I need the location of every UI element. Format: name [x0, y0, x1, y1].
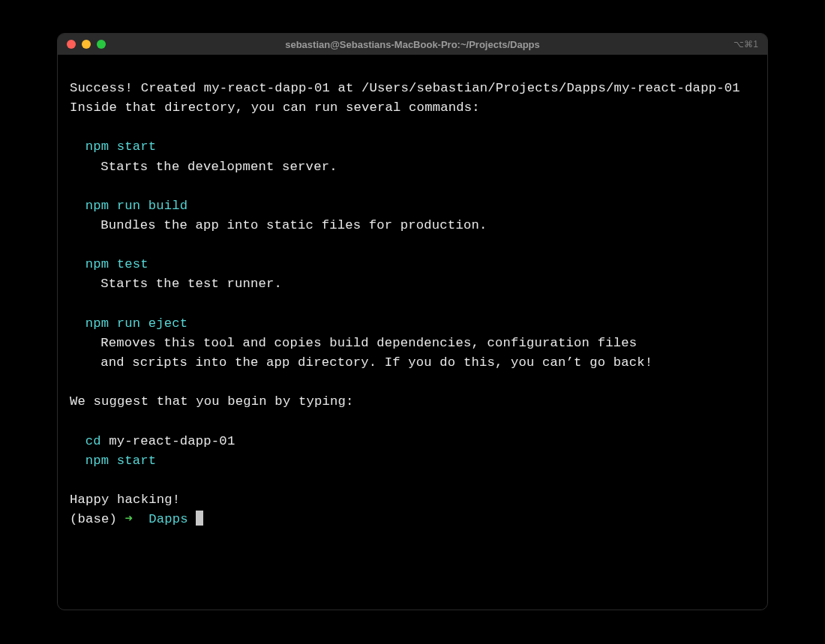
prompt-arrow-icon: ➜ [125, 512, 149, 526]
blank-line [70, 118, 755, 137]
command-description: Starts the test runner. [70, 274, 755, 294]
blank-line [70, 412, 755, 431]
command-label: npm start [70, 137, 755, 157]
prompt-line[interactable]: (base) ➜ Dapps [70, 510, 755, 529]
command-label: npm run eject [70, 314, 755, 334]
command-label: npm test [70, 255, 755, 274]
suggested-command: npm start [70, 451, 755, 471]
blank-line [70, 295, 755, 314]
blank-line [70, 471, 755, 490]
terminal-output[interactable]: Success! Created my-react-dapp-01 at /Us… [58, 55, 767, 610]
prompt-cwd: Dapps [148, 512, 188, 526]
blank-line [70, 235, 755, 255]
prompt-env: (base) [70, 512, 125, 526]
window-shortcut-indicator: ⌥⌘1 [734, 39, 758, 49]
minimize-icon[interactable] [82, 40, 91, 49]
cd-arg: my-react-dapp-01 [101, 434, 236, 448]
blank-line [70, 177, 755, 196]
cursor-icon [196, 511, 203, 526]
command-description: Removes this tool and copies build depen… [70, 334, 755, 353]
output-line: Happy hacking! [70, 490, 755, 510]
output-line: Inside that directory, you can run sever… [70, 98, 755, 118]
traffic-lights [67, 40, 106, 49]
output-line: Success! Created my-react-dapp-01 at /Us… [70, 79, 755, 98]
close-icon[interactable] [67, 40, 76, 49]
cd-command: cd [86, 434, 101, 448]
window-title: sebastian@Sebastians-MacBook-Pro:~/Proje… [285, 39, 540, 50]
suggested-command: cd my-react-dapp-01 [70, 432, 755, 451]
command-description: and scripts into the app directory. If y… [70, 353, 755, 373]
command-description: Bundles the app into static files for pr… [70, 216, 755, 235]
command-description: Starts the development server. [70, 157, 755, 177]
terminal-window: sebastian@Sebastians-MacBook-Pro:~/Proje… [57, 33, 768, 610]
blank-line [70, 373, 755, 392]
output-line: We suggest that you begin by typing: [70, 392, 755, 412]
titlebar[interactable]: sebastian@Sebastians-MacBook-Pro:~/Proje… [58, 34, 767, 55]
maximize-icon[interactable] [97, 40, 106, 49]
command-label: npm run build [70, 196, 755, 216]
